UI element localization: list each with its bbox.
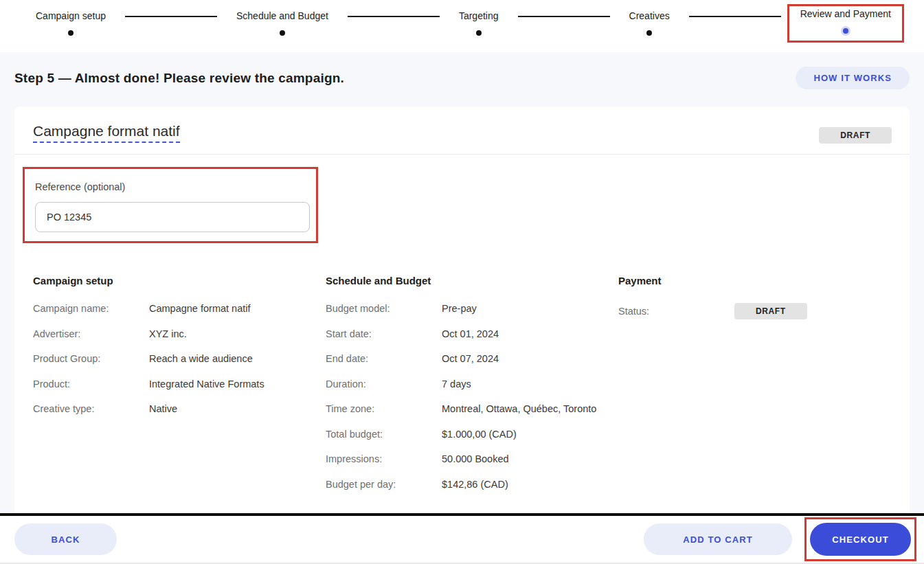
how-it-works-button[interactable]: HOW IT WORKS	[796, 67, 910, 89]
detail-value: Oct 01, 2024	[442, 328, 499, 339]
step-dot-icon	[646, 30, 652, 36]
back-button[interactable]: BACK	[14, 523, 117, 555]
detail-value: Campagne format natif	[149, 303, 251, 314]
progress-stepper: Campaign setup Schedule and Budget Targe…	[0, 0, 924, 52]
payment-section: Payment Status: DRAFT	[618, 275, 891, 504]
detail-value: Integrated Native Formats	[149, 379, 264, 390]
detail-row: Impressions: 50.000 Booked	[326, 453, 618, 464]
detail-row: Total budget: $1.000,00 (CAD)	[326, 429, 618, 440]
footer-action-bar: BACK ADD TO CART CHECKOUT	[0, 513, 924, 564]
campaign-name-title[interactable]: Campagne format natif	[33, 123, 180, 143]
campaign-setup-section: Campaign setup Campaign name: Campagne f…	[33, 275, 326, 504]
checkout-annotation-frame: CHECKOUT	[804, 517, 916, 561]
detail-label: Impressions:	[326, 453, 442, 464]
detail-row: Advertiser: XYZ inc.	[33, 328, 326, 339]
stepper-connector	[518, 16, 610, 17]
detail-row: Start date: Oct 01, 2024	[326, 328, 618, 339]
reference-annotation-frame: Reference (optional)	[23, 167, 318, 243]
detail-value: Native	[149, 403, 177, 414]
detail-row: Budget per day: $142,86 (CAD)	[326, 479, 618, 490]
detail-row: Product Group: Reach a wide audience	[33, 353, 326, 364]
step-dot-icon	[476, 30, 482, 36]
detail-label: Time zone:	[326, 403, 442, 414]
detail-row: Creative type: Native	[33, 403, 326, 414]
campaign-review-card: Campagne format natif DRAFT Reference (o…	[14, 106, 910, 513]
detail-label: Budget model:	[326, 303, 442, 314]
step-dot-active-icon	[843, 28, 848, 34]
detail-value: $1.000,00 (CAD)	[442, 429, 517, 440]
detail-value: Oct 07, 2024	[442, 353, 499, 364]
stepper-connector	[689, 16, 781, 17]
campaign-status-badge: DRAFT	[819, 127, 892, 144]
detail-row: Time zone: Montreal, Ottawa, Québec, Tor…	[326, 403, 618, 414]
detail-row: Product: Integrated Native Formats	[33, 379, 326, 390]
payment-status-badge: DRAFT	[734, 303, 807, 319]
detail-row: Campaign name: Campagne format natif	[33, 303, 326, 314]
detail-label: Campaign name:	[33, 303, 149, 314]
step-label: Review and Payment	[800, 8, 891, 19]
step-label: Schedule and Budget	[236, 10, 328, 21]
step-label: Creatives	[629, 10, 670, 21]
reference-input[interactable]	[35, 202, 310, 232]
detail-value: Montreal, Ottawa, Québec, Toronto	[442, 403, 596, 414]
detail-row: Budget model: Pre-pay	[326, 303, 618, 314]
stepper-connector	[348, 16, 440, 17]
detail-value: Reach a wide audience	[149, 353, 253, 364]
detail-label: Status:	[618, 306, 734, 317]
step-creatives[interactable]: Creatives	[629, 8, 670, 36]
detail-value: XYZ inc.	[149, 328, 187, 339]
section-title: Schedule and Budget	[326, 275, 618, 286]
add-to-cart-button[interactable]: ADD TO CART	[644, 523, 792, 555]
page-title: Step 5 — Almost done! Please review the …	[14, 71, 344, 86]
detail-label: Product:	[33, 379, 149, 390]
step-label: Targeting	[459, 10, 499, 21]
checkout-button[interactable]: CHECKOUT	[810, 523, 911, 556]
step-schedule-and-budget[interactable]: Schedule and Budget	[236, 8, 328, 36]
detail-value: 7 days	[442, 379, 471, 390]
detail-label: Duration:	[326, 379, 442, 390]
detail-value: Pre-pay	[442, 303, 477, 314]
detail-row: Duration: 7 days	[326, 379, 618, 390]
detail-value: 50.000 Booked	[442, 453, 509, 464]
section-title: Campaign setup	[33, 275, 326, 286]
reference-label: Reference (optional)	[35, 181, 306, 192]
step-targeting[interactable]: Targeting	[459, 8, 499, 36]
detail-row: Status: DRAFT	[618, 303, 891, 319]
detail-label: Total budget:	[326, 429, 442, 440]
step-label: Campaign setup	[36, 10, 106, 21]
detail-label: Creative type:	[33, 403, 149, 414]
detail-label: End date:	[326, 353, 442, 364]
detail-label: Budget per day:	[326, 479, 442, 490]
step-dot-icon	[280, 30, 285, 36]
step-review-and-payment[interactable]: Review and Payment	[787, 4, 904, 43]
detail-label: Product Group:	[33, 353, 149, 364]
detail-label: Advertiser:	[33, 328, 149, 339]
section-title: Payment	[618, 275, 891, 286]
detail-label: Start date:	[326, 328, 442, 339]
detail-value: $142,86 (CAD)	[442, 479, 508, 490]
stepper-connector	[125, 16, 217, 17]
step-dot-icon	[68, 30, 74, 36]
step-campaign-setup[interactable]: Campaign setup	[36, 8, 106, 36]
detail-row: End date: Oct 07, 2024	[326, 353, 618, 364]
schedule-budget-section: Schedule and Budget Budget model: Pre-pa…	[326, 275, 618, 504]
